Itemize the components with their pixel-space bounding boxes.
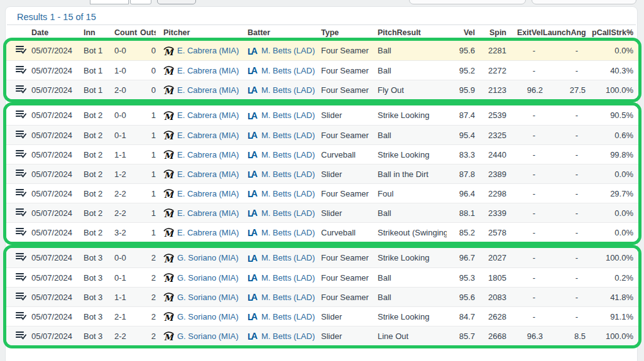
cell-inning: Bot 2 — [84, 110, 114, 120]
svg-text:A: A — [251, 188, 258, 198]
cell-date: 05/07/2024 — [31, 170, 84, 179]
column-header-exitvel[interactable]: ExitVel — [506, 28, 543, 37]
cell-pitcher-link[interactable]: E. Cabrera (MIA) — [177, 46, 239, 55]
table-row[interactable]: 05/07/2024Bot 20-01ME. Cabrera (MIA)LAM.… — [6, 105, 638, 125]
row-detail-cell — [6, 252, 31, 263]
cell-pitch-result: Ball in the Dirt — [371, 170, 447, 179]
pitch-group-3: 05/07/2024Bot 30-02MG. Soriano (MIA)LAM.… — [3, 245, 641, 348]
table-row[interactable]: 05/07/2024Bot 10-00ME. Cabrera (MIA)LAM.… — [6, 41, 638, 60]
column-header-type[interactable]: Type — [315, 28, 371, 37]
cell-pitcher-link[interactable]: E. Cabrera (MIA) — [177, 208, 239, 218]
column-header-vel[interactable]: Vel — [447, 28, 475, 37]
cell-outs: 2 — [140, 293, 156, 302]
cell-velocity: 85.7 — [447, 331, 475, 341]
list-check-icon[interactable] — [16, 252, 26, 261]
column-header-date[interactable]: Date — [31, 28, 84, 37]
cutoff-toolbar-button-right[interactable] — [532, 0, 636, 4]
cell-pitcher-link[interactable]: G. Soriano (MIA) — [177, 273, 239, 283]
cell-batter-link[interactable]: M. Betts (LAD) — [261, 208, 315, 218]
table-row[interactable]: 05/07/2024Bot 11-00ME. Cabrera (MIA)LAM.… — [6, 60, 638, 80]
cell-batter-link[interactable]: M. Betts (LAD) — [261, 189, 315, 198]
cell-pitcher-link[interactable]: G. Soriano (MIA) — [177, 331, 239, 341]
list-check-icon[interactable] — [16, 188, 26, 197]
cell-pitcher: ME. Cabrera (MIA) — [156, 85, 241, 95]
svg-text:A: A — [251, 85, 258, 95]
cell-batter-link[interactable]: M. Betts (LAD) — [261, 273, 315, 283]
cell-batter-link[interactable]: M. Betts (LAD) — [261, 331, 315, 341]
cell-pitcher-link[interactable]: E. Cabrera (MIA) — [177, 110, 239, 120]
cutoff-toolbar-button-left[interactable] — [409, 0, 526, 4]
list-check-icon[interactable] — [16, 45, 26, 54]
cell-count: 2-2 — [114, 189, 140, 198]
cell-pitcher-link[interactable]: E. Cabrera (MIA) — [177, 66, 239, 75]
cell-batter-link[interactable]: M. Betts (LAD) — [261, 228, 315, 237]
cell-outs: 2 — [140, 253, 156, 262]
cutoff-stepper[interactable] — [130, 0, 151, 4]
cell-pcallstrk: 91.1% — [586, 312, 633, 321]
cell-pitcher-link[interactable]: E. Cabrera (MIA) — [177, 150, 239, 159]
cell-outs: 0 — [140, 46, 156, 55]
cell-pitcher-link[interactable]: G. Soriano (MIA) — [177, 293, 239, 302]
table-row[interactable]: 05/07/2024Bot 21-11ME. Cabrera (MIA)LAM.… — [6, 144, 638, 164]
list-check-icon[interactable] — [16, 272, 26, 281]
cutoff-text-input[interactable] — [90, 0, 129, 4]
list-check-icon[interactable] — [16, 65, 26, 74]
list-check-icon[interactable] — [16, 311, 26, 320]
cell-pitcher-link[interactable]: G. Soriano (MIA) — [177, 253, 239, 262]
svg-text:A: A — [251, 169, 258, 179]
cell-pitcher-link[interactable]: G. Soriano (MIA) — [177, 312, 239, 321]
column-header-pitchresult[interactable]: PitchResult — [371, 28, 447, 37]
cell-pitch-type: Slider — [315, 331, 371, 341]
column-header-outs[interactable]: Outs — [140, 28, 156, 37]
table-row[interactable]: 05/07/2024Bot 12-00ME. Cabrera (MIA)LAM.… — [6, 80, 638, 99]
column-header-inn[interactable]: Inn — [84, 28, 114, 37]
cell-pcallstrk: 0.0% — [586, 228, 633, 237]
cell-outs: 2 — [140, 331, 156, 341]
column-header-spin[interactable]: Spin — [475, 28, 506, 37]
column-header-pcallstrk[interactable]: pCallStrk% — [586, 28, 633, 37]
cell-batter-link[interactable]: M. Betts (LAD) — [261, 150, 315, 159]
list-check-icon[interactable] — [16, 331, 26, 340]
cell-inning: Bot 2 — [84, 208, 114, 218]
table-row[interactable]: 05/07/2024Bot 22-21ME. Cabrera (MIA)LAM.… — [6, 183, 638, 203]
cell-pitcher-link[interactable]: E. Cabrera (MIA) — [177, 131, 239, 140]
cell-batter-link[interactable]: M. Betts (LAD) — [261, 293, 315, 302]
cell-batter-link[interactable]: M. Betts (LAD) — [261, 131, 315, 140]
cutoff-go-button[interactable] — [157, 0, 196, 4]
cell-batter-link[interactable]: M. Betts (LAD) — [261, 170, 315, 179]
cell-pitcher-link[interactable]: E. Cabrera (MIA) — [177, 189, 239, 198]
table-row[interactable]: 05/07/2024Bot 32-22MG. Soriano (MIA)LAM.… — [6, 326, 638, 345]
column-header-launchang[interactable]: LaunchAng — [543, 28, 586, 37]
table-row[interactable]: 05/07/2024Bot 22-21ME. Cabrera (MIA)LAM.… — [6, 203, 638, 222]
cell-batter-link[interactable]: M. Betts (LAD) — [261, 85, 315, 95]
cell-pitcher-link[interactable]: E. Cabrera (MIA) — [177, 170, 239, 179]
table-row[interactable]: 05/07/2024Bot 32-12MG. Soriano (MIA)LAM.… — [6, 306, 638, 326]
cell-batter-link[interactable]: M. Betts (LAD) — [261, 66, 315, 75]
table-row[interactable]: 05/07/2024Bot 30-02MG. Soriano (MIA)LAM.… — [6, 248, 638, 267]
list-check-icon[interactable] — [16, 169, 26, 178]
cell-pitcher-link[interactable]: E. Cabrera (MIA) — [177, 85, 239, 95]
cell-batter-link[interactable]: M. Betts (LAD) — [261, 46, 315, 55]
cell-date: 05/07/2024 — [31, 253, 84, 262]
cell-batter-link[interactable]: M. Betts (LAD) — [261, 110, 315, 120]
table-row[interactable]: 05/07/2024Bot 30-12MG. Soriano (MIA)LAM.… — [6, 267, 638, 287]
list-check-icon[interactable] — [16, 130, 26, 139]
table-row[interactable]: 05/07/2024Bot 20-11ME. Cabrera (MIA)LAM.… — [6, 125, 638, 144]
cell-batter-link[interactable]: M. Betts (LAD) — [261, 253, 315, 262]
table-row[interactable]: 05/07/2024Bot 23-21ME. Cabrera (MIA)LAM.… — [6, 222, 638, 242]
list-check-icon[interactable] — [16, 149, 26, 158]
cell-spin: 2440 — [475, 150, 506, 159]
cell-batter-link[interactable]: M. Betts (LAD) — [261, 312, 315, 321]
pitch-group-2: 05/07/2024Bot 20-01ME. Cabrera (MIA)LAM.… — [3, 102, 641, 245]
list-check-icon[interactable] — [16, 227, 26, 236]
column-header-batter[interactable]: Batter — [241, 28, 315, 37]
list-check-icon[interactable] — [16, 110, 26, 119]
list-check-icon[interactable] — [16, 85, 26, 94]
list-check-icon[interactable] — [16, 208, 26, 217]
table-row[interactable]: 05/07/2024Bot 31-12MG. Soriano (MIA)LAM.… — [6, 287, 638, 306]
list-check-icon[interactable] — [16, 292, 26, 301]
table-row[interactable]: 05/07/2024Bot 21-21ME. Cabrera (MIA)LAM.… — [6, 164, 638, 183]
cell-pitcher-link[interactable]: E. Cabrera (MIA) — [177, 228, 239, 237]
column-header-count[interactable]: Count — [114, 28, 140, 37]
column-header-pitcher[interactable]: Pitcher — [156, 28, 241, 37]
